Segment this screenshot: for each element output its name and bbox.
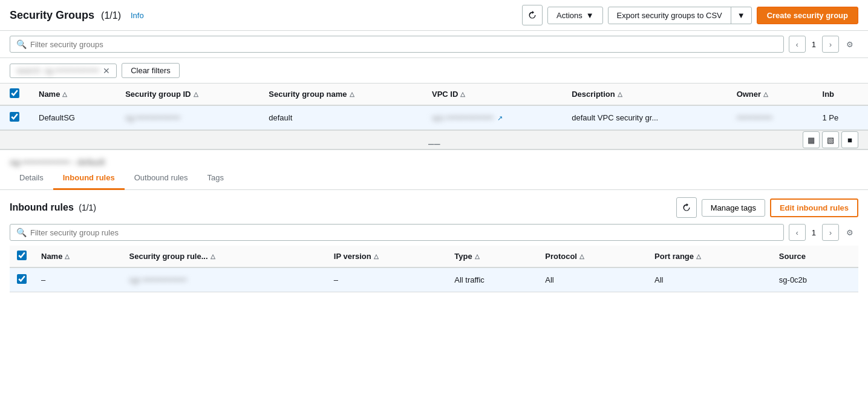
inbound-rules-section: Inbound rules (1/1) Manage tags Edit inb… <box>0 190 868 300</box>
panel-split-top-button[interactable]: ▦ <box>803 131 820 148</box>
resize-handle[interactable]: ⎯⎯ <box>428 134 440 145</box>
sort-icon: △ <box>579 253 584 260</box>
sort-icon: △ <box>210 253 215 260</box>
settings-icon[interactable]: ⚙ <box>841 36 858 53</box>
cell-sg-id: sg-•••••••••••••••• <box>116 105 259 130</box>
detail-title: sg-•••••••••••••••• - default <box>0 150 868 167</box>
next-page-button[interactable]: › <box>822 36 839 53</box>
cell-vpc-id: vpc-••••••••••••••••• ↗ <box>422 105 562 130</box>
actions-button[interactable]: Actions ▼ <box>547 7 603 24</box>
page-title: Security Groups (1/1) <box>10 9 121 22</box>
rules-settings-icon[interactable]: ⚙ <box>841 224 858 241</box>
rules-pagination: ‹ 1 › ⚙ <box>789 224 858 241</box>
filter-bar: 🔍 ‹ 1 › ⚙ <box>0 31 868 58</box>
rule-cell-type: All traffic <box>447 267 538 292</box>
col-source[interactable]: Source <box>779 252 851 261</box>
refresh-button[interactable] <box>522 5 543 25</box>
col-sg-id[interactable]: Security group ID△ <box>125 90 249 99</box>
sort-icon: △ <box>374 253 379 260</box>
sort-icon: △ <box>194 91 198 97</box>
rule-cell-ip-version: – <box>327 267 447 292</box>
row-checkbox[interactable] <box>10 112 19 122</box>
security-groups-table: Name△ Security group ID△ Security group … <box>0 84 868 130</box>
rules-filter: 🔍 ‹ 1 › ⚙ <box>10 224 858 241</box>
edit-inbound-rules-button[interactable]: Edit inbound rules <box>770 198 858 217</box>
sort-icon: △ <box>763 91 768 97</box>
rules-search-wrapper: 🔍 <box>10 224 784 241</box>
sg-id-link[interactable]: sg-•••••••••••••••• <box>125 113 180 122</box>
rules-prev-page-button[interactable]: ‹ <box>789 224 806 241</box>
rule-row-checkbox[interactable] <box>17 274 27 284</box>
sort-icon: △ <box>475 253 480 260</box>
tab-inbound-rules[interactable]: Inbound rules <box>53 167 125 190</box>
rules-select-all-checkbox[interactable] <box>17 251 27 260</box>
col-protocol[interactable]: Protocol△ <box>545 252 640 261</box>
col-vpc-id[interactable]: VPC ID△ <box>432 90 552 99</box>
panel-split-bottom-button[interactable]: ▧ <box>822 131 839 148</box>
search-input[interactable] <box>30 40 777 49</box>
sort-icon: △ <box>62 91 67 97</box>
rules-title: Inbound rules (1/1) <box>10 202 671 213</box>
rules-search-icon: 🔍 <box>16 228 27 237</box>
tab-tags[interactable]: Tags <box>198 167 233 190</box>
col-ip-version[interactable]: IP version△ <box>334 252 440 261</box>
clear-filters-button[interactable]: Clear filters <box>122 63 180 78</box>
tab-details[interactable]: Details <box>10 167 53 190</box>
cell-owner: ••••••••••••• <box>727 105 813 130</box>
filter-tag-text: search: sg-•••••••••••••••• <box>16 66 99 75</box>
col-rule-name[interactable]: Name△ <box>41 252 115 261</box>
chevron-down-icon: ▼ <box>586 11 594 20</box>
col-description[interactable]: Description△ <box>572 90 717 99</box>
col-type[interactable]: Type△ <box>454 252 530 261</box>
vpc-id-link[interactable]: vpc-••••••••••••••••• <box>432 113 494 122</box>
cell-description: default VPC security gr... <box>562 105 726 130</box>
tab-outbound-rules[interactable]: Outbound rules <box>125 167 198 190</box>
divider-section: ⎯⎯ ▦ ▧ ■ <box>0 130 868 149</box>
col-sg-name[interactable]: Security group name△ <box>269 90 413 99</box>
rules-table-row[interactable]: – sgr-•••••••••••••••• – All traffic All… <box>10 267 858 292</box>
cell-sg-name: default <box>259 105 422 130</box>
search-wrapper: 🔍 <box>10 36 784 53</box>
page-number: 1 <box>808 40 820 49</box>
col-port-range[interactable]: Port range△ <box>654 252 765 261</box>
info-link[interactable]: Info <box>131 11 144 20</box>
rules-header: Inbound rules (1/1) Manage tags Edit inb… <box>10 197 858 218</box>
cell-inbound: 1 Pe <box>813 105 868 130</box>
filter-tag-close-icon[interactable]: ✕ <box>103 66 110 76</box>
sort-icon: △ <box>460 91 465 97</box>
col-owner[interactable]: Owner△ <box>737 90 803 99</box>
col-inbound[interactable]: Inb <box>823 90 858 99</box>
rules-next-page-button[interactable]: › <box>822 224 839 241</box>
external-link-icon: ↗ <box>497 114 503 122</box>
rules-refresh-button[interactable] <box>676 197 697 218</box>
panel-toggle-group: ▦ ▧ ■ <box>803 131 858 148</box>
prev-page-button[interactable]: ‹ <box>789 36 806 53</box>
active-filter-tag: search: sg-•••••••••••••••• ✕ <box>10 64 117 78</box>
inbound-rules-table: Name△ Security group rule...△ IP version… <box>10 246 858 292</box>
detail-panel: sg-•••••••••••••••• - default Details In… <box>0 149 868 300</box>
sort-icon: △ <box>696 253 701 260</box>
export-button[interactable]: Export security groups to CSV ▼ <box>608 7 752 24</box>
rule-cell-protocol: All <box>538 267 647 292</box>
rule-cell-id: sgr-•••••••••••••••• <box>122 267 327 292</box>
manage-tags-button[interactable]: Manage tags <box>702 199 765 217</box>
create-security-group-button[interactable]: Create security group <box>757 7 858 24</box>
active-filter-row: search: sg-•••••••••••••••• ✕ Clear filt… <box>0 58 868 84</box>
cell-name: DefaultSG <box>29 105 116 130</box>
sort-icon: △ <box>350 91 354 97</box>
header-bar: Security Groups (1/1) Info Actions ▼ Exp… <box>0 0 868 31</box>
col-name[interactable]: Name△ <box>39 90 106 99</box>
rule-cell-port-range: All <box>647 267 772 292</box>
rules-page-number: 1 <box>808 228 820 237</box>
col-rule-id[interactable]: Security group rule...△ <box>129 252 319 261</box>
export-caret-icon[interactable]: ▼ <box>731 7 751 24</box>
table-row[interactable]: DefaultSG sg-•••••••••••••••• default vp… <box>0 105 868 130</box>
rules-table-wrapper: Name△ Security group rule...△ IP version… <box>10 246 858 292</box>
rule-cell-name: – <box>34 267 122 292</box>
rules-search-input[interactable] <box>30 228 777 237</box>
panel-expand-button[interactable]: ■ <box>841 131 858 148</box>
sort-icon: △ <box>618 91 622 97</box>
select-all-checkbox[interactable] <box>10 88 19 98</box>
rule-cell-source: sg-0c2b <box>772 267 858 292</box>
pagination-controls: ‹ 1 › ⚙ <box>789 36 858 53</box>
